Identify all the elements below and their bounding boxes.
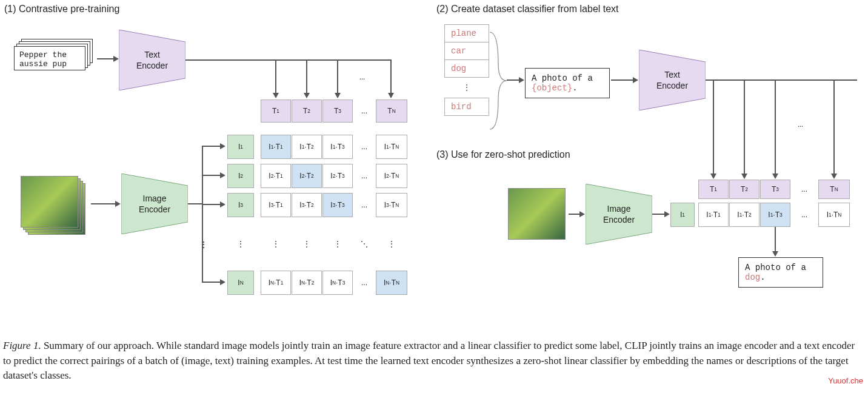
text-encoder-label: Text Encoder: [136, 49, 168, 71]
caption-strong: Figure 1.: [3, 340, 41, 351]
text-encoder: Text Encoder: [119, 30, 185, 90]
i-cell-dots: ⋮: [227, 222, 254, 266]
t-cell-n: TN: [376, 100, 407, 123]
sim-1-3: I1·T3: [322, 135, 353, 159]
t-cell2-1: T1: [698, 180, 729, 199]
section1-title: (1) Contrastive pre-training: [4, 4, 119, 15]
sim-1-1: I1·T1: [261, 135, 291, 159]
prompt-template: A photo of a {object}.: [525, 68, 610, 98]
class-bird: bird: [444, 98, 489, 116]
t-cell-3: T3: [322, 100, 353, 123]
t-cell-1: T1: [261, 100, 291, 123]
prompt-object: {object}: [532, 83, 572, 93]
section3-title: (3) Use for zero-shot prediction: [436, 149, 570, 160]
text-input-stack: Pepper the aussie pup: [14, 46, 99, 83]
prompt-suffix: .: [572, 83, 577, 93]
i-cell-3: I3: [227, 193, 254, 217]
result-box: A photo of a dog.: [738, 257, 823, 288]
class-dog: dog: [444, 59, 489, 78]
result-suffix: .: [760, 272, 765, 282]
class-plane: plane: [444, 24, 489, 42]
image-encoder: Image Encoder: [121, 174, 188, 234]
result-object: dog: [745, 272, 760, 282]
result-prefix: A photo of a: [745, 263, 806, 272]
image-encoder-label: Image Encoder: [139, 193, 170, 215]
text-input-card: Pepper the aussie pup: [14, 46, 85, 70]
i1-cell: I1: [670, 203, 695, 227]
image-encoder-2: Image Encoder: [586, 184, 652, 245]
i-cell-1: I1: [227, 135, 254, 159]
sim2-1: I1·T1: [698, 203, 729, 227]
prompt-prefix: A photo of a: [532, 73, 593, 83]
t-cell-2: T2: [292, 100, 322, 123]
text-encoder-2: Text Encoder: [639, 50, 706, 110]
test-image: [508, 188, 566, 240]
sim-1-n: I1·TN: [376, 135, 407, 159]
class-label-list: plane car dog ⋮ bird: [444, 24, 489, 115]
watermark: Yuuof.che: [828, 376, 863, 385]
section2-title: (2) Create dataset classifier from label…: [436, 4, 619, 15]
caption-text: Summary of our approach. While standard …: [3, 340, 855, 381]
i-cell-n: IN: [227, 271, 254, 295]
i-cell-2: I2: [227, 164, 254, 188]
sim2-selected: I1·T3: [760, 203, 790, 227]
figure-caption: Figure 1. Summary of our approach. While…: [3, 339, 865, 383]
t-cell-dots: ...: [353, 100, 375, 123]
sim-1-2: I1·T2: [292, 135, 322, 159]
class-car: car: [444, 42, 489, 60]
